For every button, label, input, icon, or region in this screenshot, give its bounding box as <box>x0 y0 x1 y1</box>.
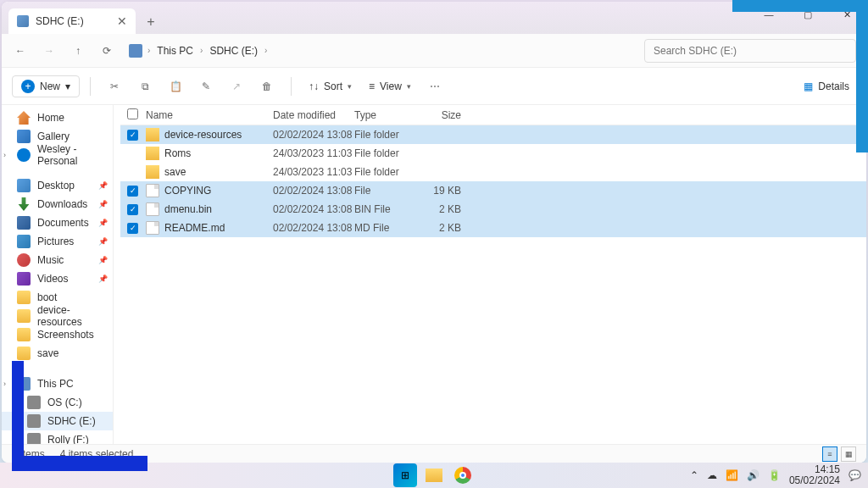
new-button[interactable]: + New ▾ <box>12 75 80 97</box>
cloud-icon <box>17 148 31 162</box>
file-date: 24/03/2023 11:03 <box>273 147 354 159</box>
paste-icon[interactable]: 📋 <box>162 73 189 100</box>
chevron-right-icon: › <box>147 46 150 55</box>
file-date: 02/02/2024 13:08 <box>273 203 354 215</box>
plus-icon: + <box>21 80 35 93</box>
file-type: File folder <box>354 166 420 178</box>
sidebar-item-label: Desktop <box>37 180 75 191</box>
chevron-right-icon: › <box>200 46 203 55</box>
row-checkbox[interactable]: ✓ <box>127 204 146 215</box>
chevron-up-icon[interactable]: ⌃ <box>690 469 698 481</box>
start-button[interactable]: ⊞ <box>393 463 417 487</box>
sidebar-item-label: Videos <box>37 273 68 285</box>
file-type: File <box>354 185 420 197</box>
home-icon <box>17 111 31 125</box>
row-checkbox[interactable]: ✓ <box>127 186 146 197</box>
battery-icon[interactable]: 🔋 <box>768 469 781 481</box>
chrome-app-icon[interactable] <box>451 463 475 487</box>
sidebar-item[interactable]: ›Wesley - Personal <box>2 146 113 164</box>
explorer-app-icon[interactable] <box>422 463 446 487</box>
file-icon <box>146 184 159 197</box>
back-button[interactable]: ← <box>7 37 34 64</box>
pin-icon: 📌 <box>98 200 108 208</box>
pin-icon: 📌 <box>98 181 108 190</box>
file-size: 2 KB <box>420 222 461 234</box>
share-icon[interactable]: ↗ <box>223 73 250 100</box>
chevron-down-icon: ▾ <box>348 82 352 91</box>
sidebar-item[interactable]: Home <box>2 108 113 127</box>
file-list: Name Date modified Type Size ✓device-res… <box>120 105 866 444</box>
close-tab-icon[interactable]: ✕ <box>117 14 127 28</box>
sidebar-item-label: Documents <box>37 217 89 229</box>
folder-icon <box>146 147 159 160</box>
volume-icon[interactable]: 🔊 <box>747 469 760 481</box>
sidebar-item[interactable]: save <box>2 344 113 363</box>
list-icon: ≡ <box>369 80 375 92</box>
cut-icon[interactable]: ✂ <box>101 73 128 100</box>
file-row[interactable]: ✓README.md02/02/2024 13:08MD File2 KB <box>120 219 866 237</box>
new-tab-button[interactable]: + <box>139 10 163 34</box>
overlay-marker <box>12 361 147 471</box>
file-row[interactable]: ✓dmenu.bin02/02/2024 13:08BIN File2 KB <box>120 200 866 219</box>
chevron-right-icon[interactable]: › <box>3 380 6 388</box>
sidebar-item[interactable]: Documents📌 <box>2 214 113 232</box>
sidebar-item-label: Downloads <box>37 198 87 210</box>
sidebar-item-label: Music <box>37 254 64 266</box>
details-view-icon[interactable]: ≡ <box>822 446 837 462</box>
separator <box>291 77 292 96</box>
sidebar-item[interactable]: Music📌 <box>2 251 113 269</box>
file-type: File folder <box>354 147 420 159</box>
clock[interactable]: 14:15 05/02/2024 <box>789 464 840 486</box>
sidebar-item[interactable]: Screenshots <box>2 325 113 344</box>
system-tray[interactable]: ⌃ ☁ 📶 🔊 🔋 14:15 05/02/2024 💬 <box>690 464 861 486</box>
sidebar-item[interactable]: Pictures📌 <box>2 232 113 251</box>
sidebar-item[interactable]: Videos📌 <box>2 269 113 288</box>
sidebar-item[interactable]: Desktop📌 <box>2 176 113 195</box>
sort-icon: ↑↓ <box>309 80 319 92</box>
delete-icon[interactable]: 🗑 <box>253 73 281 100</box>
sidebar-item-label: Wesley - Personal <box>37 143 106 167</box>
down-icon <box>17 197 31 211</box>
browser-tab[interactable]: SDHC (E:) ✕ <box>8 8 136 34</box>
sort-button[interactable]: ↑↓ Sort ▾ <box>302 77 359 96</box>
pc-icon <box>129 44 142 58</box>
sidebar-item-label: device-resources <box>37 304 106 328</box>
folder-icon <box>146 165 159 179</box>
file-date: 24/03/2023 11:03 <box>273 166 354 178</box>
breadcrumb-segment[interactable]: SDHC (E:) <box>208 42 259 60</box>
breadcrumb[interactable]: › This PC › SDHC (E:) › <box>129 42 643 60</box>
onedrive-icon[interactable]: ☁ <box>707 469 717 481</box>
sidebar-item[interactable]: device-resources <box>2 307 113 325</box>
sidebar-item-label: Gallery <box>37 130 70 142</box>
chevron-right-icon[interactable]: › <box>3 151 6 159</box>
chevron-down-icon: ▾ <box>65 80 70 92</box>
docs-icon <box>17 216 31 230</box>
file-row[interactable]: ✓COPYING02/02/2024 13:08File19 KB <box>120 181 866 200</box>
sidebar-item[interactable]: Downloads📌 <box>2 195 113 214</box>
notifications-icon[interactable]: 💬 <box>849 469 861 481</box>
row-checkbox[interactable]: ✓ <box>127 130 146 141</box>
view-button[interactable]: ≡ View ▾ <box>362 77 418 96</box>
select-all-checkbox[interactable] <box>127 108 138 119</box>
icons-view-icon[interactable]: ▦ <box>841 446 856 462</box>
row-checkbox[interactable]: ✓ <box>127 223 146 234</box>
breadcrumb-segment[interactable]: This PC <box>155 42 195 60</box>
rename-icon[interactable]: ✎ <box>192 73 220 100</box>
column-date[interactable]: Date modified <box>273 109 354 121</box>
copy-icon[interactable]: ⧉ <box>131 73 159 100</box>
column-type[interactable]: Type <box>354 109 420 121</box>
more-icon[interactable]: ⋯ <box>421 73 448 100</box>
refresh-button[interactable]: ⟳ <box>93 37 120 64</box>
file-size: 19 KB <box>420 185 461 197</box>
pin-icon: 📌 <box>98 237 108 246</box>
forward-button[interactable]: → <box>36 37 63 64</box>
wifi-icon[interactable]: 📶 <box>726 469 738 481</box>
file-name: Roms <box>164 147 191 159</box>
up-button[interactable]: ↑ <box>64 37 92 64</box>
column-name[interactable]: Name <box>146 109 273 121</box>
column-size[interactable]: Size <box>420 109 461 121</box>
sidebar-item-label: Pictures <box>37 236 74 247</box>
folder-icon <box>17 291 31 304</box>
file-row[interactable]: save24/03/2023 11:03File folder <box>120 163 866 181</box>
file-type: MD File <box>354 222 420 234</box>
